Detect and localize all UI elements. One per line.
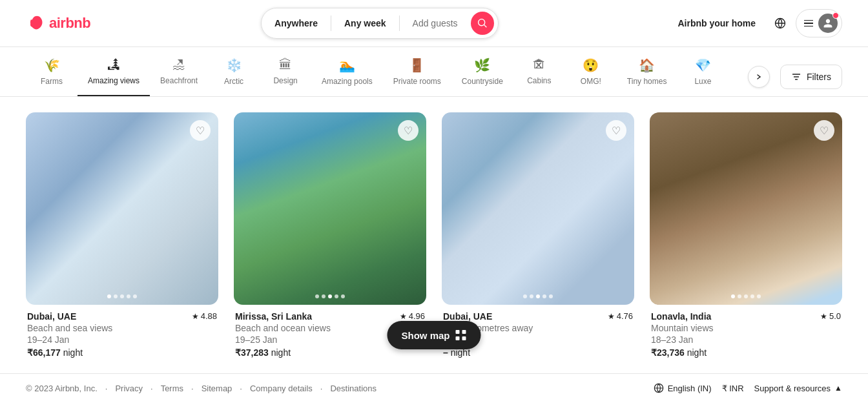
svg-rect-3 (456, 336, 460, 340)
footer-left: © 2023 Airbnb, Inc.·Privacy·Terms·Sitema… (26, 384, 377, 393)
listing-location: Lonavla, India (651, 311, 711, 322)
location-search[interactable]: Anywhere (262, 8, 331, 38)
rating-value: 4.96 (409, 311, 425, 321)
category-item-amazing-views[interactable]: 🏞 Amazing views (78, 57, 150, 96)
dot (127, 294, 130, 298)
category-item-countryside[interactable]: 🌿 Countryside (451, 57, 513, 96)
category-nav-arrow[interactable] (748, 66, 770, 88)
currency-selector[interactable]: ₹ INR (722, 384, 744, 393)
airbnb-logo-icon (26, 12, 45, 36)
image-dots (731, 294, 761, 298)
user-menu-button[interactable] (796, 9, 842, 37)
show-map-button[interactable]: Show map (387, 321, 480, 349)
dot (523, 294, 527, 298)
private-rooms-icon: 🚪 (409, 57, 425, 73)
header-right: Airbnb your home (668, 9, 842, 37)
guests-search[interactable]: Add guests (400, 8, 471, 38)
listing-description: Mountain views (651, 323, 841, 333)
logo[interactable]: airbnb (26, 12, 90, 36)
listing-card-1[interactable]: ♡ Dubai, UAE ★ 4.88 Beach and sea views … (26, 112, 218, 358)
listing-row1: Mirissa, Sri Lanka ★ 4.96 (235, 311, 425, 322)
category-item-beachfront[interactable]: 🏖 Beachfront (150, 57, 208, 96)
category-item-luxe[interactable]: 💎 Luxe (677, 57, 728, 96)
host-link[interactable]: Airbnb your home (668, 12, 765, 35)
listing-location: Mirissa, Sri Lanka (235, 311, 312, 322)
arctic-icon: ❄️ (226, 57, 242, 73)
listing-price: ₹37,283 night (235, 347, 425, 358)
category-item-private-rooms[interactable]: 🚪 Private rooms (383, 57, 451, 96)
currency-label: ₹ INR (722, 384, 744, 393)
farms-label: Farms (41, 77, 63, 86)
dot (530, 294, 533, 298)
dot (549, 294, 553, 298)
notification-dot (832, 12, 839, 19)
listing-image-wrap: ♡ (26, 112, 218, 305)
dot (757, 294, 761, 298)
listing-image-wrap: ♡ (650, 112, 842, 305)
beachfront-label: Beachfront (160, 76, 198, 85)
week-search[interactable]: Any week (331, 8, 399, 38)
listing-image (234, 112, 426, 305)
dot (335, 294, 338, 298)
location-value: Anywhere (274, 18, 318, 28)
design-icon: 🏛 (279, 57, 292, 72)
filters-button[interactable]: Filters (780, 65, 842, 89)
footer-link-terms[interactable]: Terms (161, 384, 183, 393)
category-nav: 🌾 Farms 🏞 Amazing views 🏖 Beachfront ❄️ … (0, 47, 868, 97)
beachfront-icon: 🏖 (172, 57, 185, 72)
dot (738, 294, 741, 298)
dot (542, 294, 546, 298)
footer-link-privacy[interactable]: Privacy (115, 384, 143, 393)
language-selector[interactable]: English (IN) (654, 383, 712, 393)
listing-info: Lonavla, India ★ 5.0 Mountain views 18–2… (650, 305, 842, 358)
listing-image (650, 112, 842, 305)
category-item-amazing-pools[interactable]: 🏊 Amazing pools (311, 57, 383, 96)
private-rooms-label: Private rooms (393, 77, 441, 86)
listing-dates: 18–23 Jan (651, 334, 841, 345)
language-button[interactable] (767, 10, 793, 36)
image-dots (523, 294, 553, 298)
support-label: Support & resources (754, 384, 831, 393)
footer-link-sitemap[interactable]: Sitemap (202, 384, 232, 393)
rating-value: 4.76 (617, 311, 633, 321)
category-item-omg[interactable]: 😲 OMG! (565, 57, 617, 96)
listings-grid: ♡ Dubai, UAE ★ 4.88 Beach and sea views … (0, 97, 868, 358)
category-item-cabins[interactable]: 🏚 Cabins (513, 57, 565, 96)
star-icon: ★ (400, 312, 407, 321)
header: airbnb Anywhere Any week Add guests Airb… (0, 0, 868, 47)
amazing-views-label: Amazing views (88, 76, 140, 85)
cabins-label: Cabins (527, 76, 551, 85)
image-dots (315, 294, 345, 298)
omg-label: OMG! (581, 77, 601, 86)
listing-rating: ★ 4.88 (192, 311, 217, 321)
listing-rating: ★ 4.76 (608, 311, 633, 321)
listing-dates: 19–24 Jan (27, 334, 217, 345)
search-button[interactable] (471, 12, 494, 35)
amazing-pools-label: Amazing pools (322, 77, 373, 86)
wishlist-button[interactable]: ♡ (814, 120, 834, 141)
star-icon: ★ (608, 312, 615, 321)
star-icon: ★ (820, 312, 827, 321)
category-item-arctic[interactable]: ❄️ Arctic (208, 57, 260, 96)
countryside-label: Countryside (462, 77, 503, 86)
arctic-label: Arctic (224, 77, 243, 86)
category-item-tiny-homes[interactable]: 🏠 Tiny homes (617, 57, 677, 96)
listing-location: Dubai, UAE (443, 311, 492, 322)
star-icon: ★ (192, 312, 199, 321)
dot (731, 294, 735, 298)
footer-link-company-details[interactable]: Company details (250, 384, 313, 393)
amazing-views-icon: 🏞 (107, 57, 120, 72)
svg-rect-2 (462, 330, 466, 334)
support-link[interactable]: Support & resources ▲ (754, 384, 842, 393)
tiny-homes-label: Tiny homes (627, 77, 667, 86)
category-item-design[interactable]: 🏛 Design (260, 57, 311, 96)
wishlist-button[interactable]: ♡ (190, 120, 211, 141)
footer-dot: · (240, 384, 242, 393)
footer-link-destinations[interactable]: Destinations (330, 384, 377, 393)
wishlist-button[interactable]: ♡ (398, 120, 418, 141)
listing-card-4[interactable]: ♡ Lonavla, India ★ 5.0 Mountain views 18… (650, 112, 842, 358)
category-item-farms[interactable]: 🌾 Farms (26, 57, 78, 96)
wishlist-button[interactable]: ♡ (606, 120, 626, 141)
filters-label: Filters (807, 72, 831, 82)
listing-row1: Dubai, UAE ★ 4.88 (27, 311, 217, 322)
